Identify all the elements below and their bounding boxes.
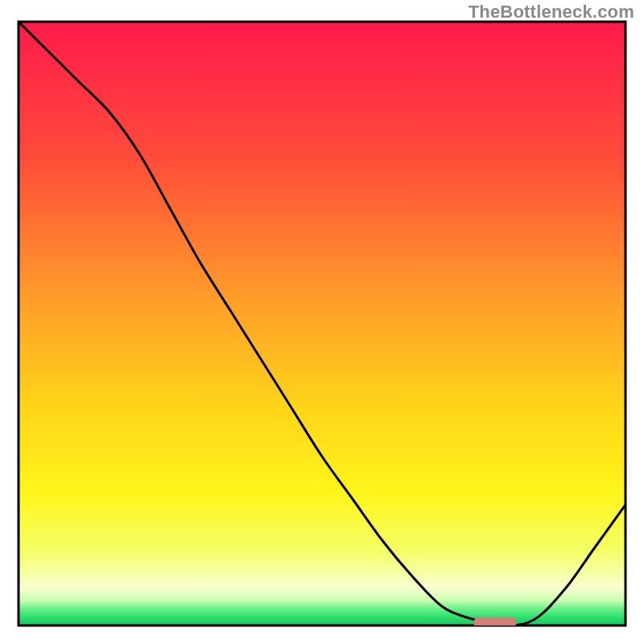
bottleneck-chart — [0, 0, 644, 644]
chart-frame: TheBottleneck.com — [0, 0, 644, 644]
